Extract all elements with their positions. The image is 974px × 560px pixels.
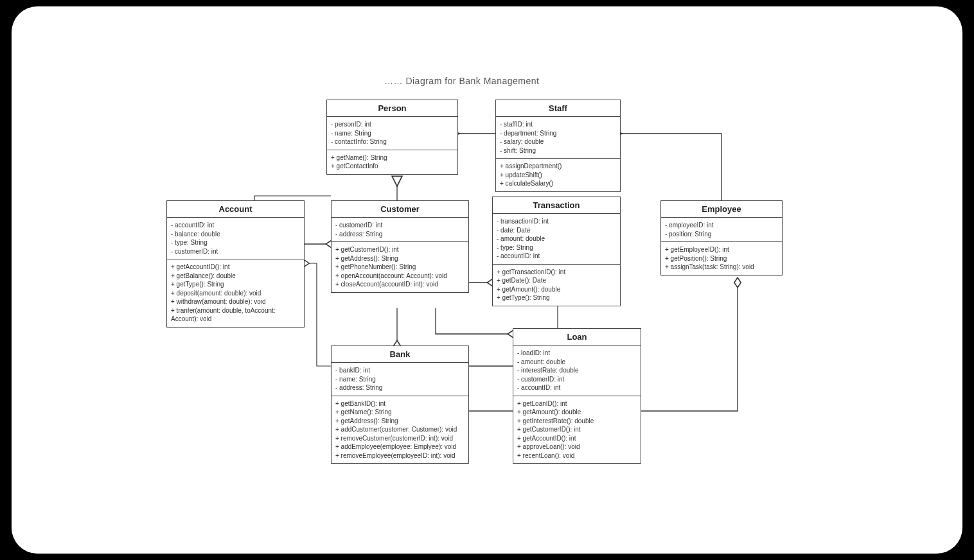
- uml-class-attributes: - accountID: int- balance: double- type:…: [167, 218, 304, 259]
- uml-class-customer: Customer- customerID: int- address: Stri…: [331, 200, 469, 293]
- uml-class-operations: + assignDepartment()+ updateShift()+ cal…: [496, 159, 620, 191]
- rel-customer-loan: [436, 308, 513, 334]
- uml-operation: + getType(): String: [497, 293, 616, 302]
- uml-class-title: Account: [167, 201, 304, 218]
- uml-class-title: Employee: [661, 201, 782, 218]
- uml-operation: + recentLoan(): void: [517, 451, 637, 460]
- uml-class-operations: + getTransactionID(): int+ getDate(): Da…: [493, 265, 620, 306]
- rel-employee-staff: [622, 134, 722, 200]
- uml-attribute: - shift: String: [500, 146, 616, 155]
- uml-operation: + assignDepartment(): [500, 162, 616, 171]
- uml-class-title: Person: [327, 100, 457, 117]
- uml-operation: + addCustomer(customer: Customer): void: [335, 425, 465, 434]
- uml-attribute: - address: String: [335, 230, 465, 239]
- uml-class-operations: + getBankID(): int+ getName(): String+ g…: [332, 396, 468, 464]
- uml-class-attributes: - customerID: int- address: String: [332, 218, 468, 242]
- uml-class-attributes: - bankID: int- name: String- address: St…: [332, 363, 468, 396]
- uml-operation: + deposit(amount: double): void: [171, 289, 300, 298]
- uml-operation: + getCustomerID(): int: [335, 245, 465, 254]
- uml-attribute: - loadID: int: [517, 349, 637, 358]
- uml-attribute: - customerID: int: [335, 221, 465, 230]
- uml-operation: + assignTask(task: String): void: [665, 263, 778, 272]
- uml-class-title: Bank: [332, 346, 468, 363]
- uml-class-operations: + getEmployeeID(): int+ getPosition(): S…: [661, 242, 782, 275]
- uml-attribute: - bankID: int: [335, 366, 465, 375]
- uml-operation: + getEmployeeID(): int: [665, 245, 778, 254]
- uml-attribute: - type: String: [171, 238, 300, 247]
- uml-attribute: - balance: double: [171, 230, 300, 239]
- uml-operation: + getAmount(): double: [517, 408, 637, 417]
- uml-attribute: - address: String: [335, 383, 465, 392]
- uml-operation: + getAmount(): double: [497, 285, 616, 294]
- uml-attribute: - department: String: [500, 129, 616, 138]
- uml-class-account: Account- accountID: int- balance: double…: [166, 200, 305, 328]
- uml-operation: + updateShift(): [500, 171, 616, 180]
- uml-operation: + getType(): String: [171, 280, 300, 289]
- uml-class-attributes: - transactionID: int- date: Date- amount…: [493, 214, 620, 265]
- uml-class-operations: + getLoanID(): int+ getAmount(): double+…: [513, 396, 641, 464]
- uml-attribute: - type: String: [497, 243, 616, 252]
- uml-class-attributes: - loadID: int- amount: double- interestR…: [513, 346, 641, 396]
- uml-operation: + removeEmployee(employeeID: int): void: [335, 451, 465, 460]
- uml-operation: + openAccount(account: Account): void: [335, 272, 465, 281]
- uml-class-transaction: Transaction- transactionID: int- date: D…: [492, 197, 621, 306]
- connectors-layer: [12, 6, 962, 554]
- uml-attribute: - position: String: [665, 230, 778, 239]
- uml-attribute: - employeeID: int: [665, 221, 778, 230]
- uml-class-attributes: - staffID: int- department: String- sala…: [496, 117, 620, 159]
- uml-class-title: Loan: [513, 329, 641, 346]
- diagram-canvas: …… Diagram for Bank Management: [12, 6, 962, 554]
- uml-class-title: Staff: [496, 100, 620, 117]
- uml-class-attributes: - employeeID: int- position: String: [661, 218, 782, 242]
- uml-attribute: - transactionID: int: [497, 217, 616, 226]
- uml-class-bank: Bank- bankID: int- name: String- address…: [331, 346, 469, 464]
- uml-operation: + getLoanID(): int: [517, 399, 637, 408]
- uml-operation: + closeAccount(accountID: int): void: [335, 280, 465, 289]
- uml-attribute: - staffID: int: [500, 120, 616, 129]
- uml-operation: + getPhoneNumber(): String: [335, 263, 465, 272]
- uml-operation: + getContactInfo: [331, 162, 454, 171]
- uml-operation: + getAccountID(): int: [171, 263, 300, 272]
- uml-operation: + getAddress(): String: [335, 417, 465, 426]
- uml-attribute: - date: Date: [497, 226, 616, 235]
- uml-attribute: - personID: int: [331, 120, 454, 129]
- uml-attribute: - customerID: int: [171, 247, 300, 256]
- uml-attribute: - accountID: int: [497, 252, 616, 261]
- uml-operation: + getAccountID(): int: [517, 434, 637, 443]
- uml-operation: + getName(): String: [331, 153, 454, 162]
- uml-operation: + tranfer(amount: double, toAccount: Acc…: [171, 306, 300, 324]
- uml-attribute: - contactInfo: String: [331, 137, 454, 146]
- rel-account-top-route: [254, 196, 331, 200]
- uml-class-person: Person- personID: int- name: String- con…: [326, 100, 458, 175]
- uml-attribute: - interestRate: double: [517, 366, 637, 375]
- uml-class-employee: Employee- employeeID: int- position: Str…: [660, 200, 783, 276]
- uml-operation: + calculateSalary(): [500, 179, 616, 188]
- uml-operation: + addEmployee(employee: Emplyee): void: [335, 442, 465, 451]
- uml-class-operations: + getAccountID(): int+ getBalance(): dou…: [167, 259, 304, 327]
- uml-operation: + withdraw(amount: double): void: [171, 297, 300, 306]
- uml-operation: + getCustomerID(): int: [517, 425, 637, 434]
- uml-attribute: - amount: double: [517, 358, 637, 367]
- uml-operation: + getDate(): Date: [497, 276, 616, 285]
- uml-operation: + getTransactionID(): int: [497, 268, 616, 277]
- uml-attribute: - name: String: [331, 129, 454, 138]
- uml-class-title: Customer: [332, 201, 468, 218]
- diagram-title-partial: …… Diagram for Bank Management: [384, 76, 539, 86]
- uml-class-attributes: - personID: int- name: String- contactIn…: [327, 117, 457, 150]
- uml-operation: + getName(): String: [335, 408, 465, 417]
- uml-class-loan: Loan- loadID: int- amount: double- inter…: [513, 328, 641, 464]
- uml-operation: + approveLoan(): void: [517, 442, 637, 451]
- uml-operation: + removeCustomer(customerID: int): void: [335, 434, 465, 443]
- uml-attribute: - accountID: int: [171, 221, 300, 230]
- uml-attribute: - amount: double: [497, 234, 616, 243]
- page-card: …… Diagram for Bank Management: [12, 6, 962, 554]
- uml-operation: + getBalance(): double: [171, 272, 300, 281]
- uml-class-operations: + getName(): String+ getContactInfo: [327, 150, 457, 174]
- uml-attribute: - name: String: [335, 375, 465, 384]
- uml-attribute: - accountID: int: [517, 383, 637, 392]
- uml-attribute: - salary: double: [500, 137, 616, 146]
- uml-operation: + getAddress(): String: [335, 254, 465, 263]
- uml-class-staff: Staff- staffID: int- department: String-…: [495, 100, 621, 192]
- uml-class-title: Transaction: [493, 197, 620, 214]
- uml-operation: + getInterestRate(): double: [517, 417, 637, 426]
